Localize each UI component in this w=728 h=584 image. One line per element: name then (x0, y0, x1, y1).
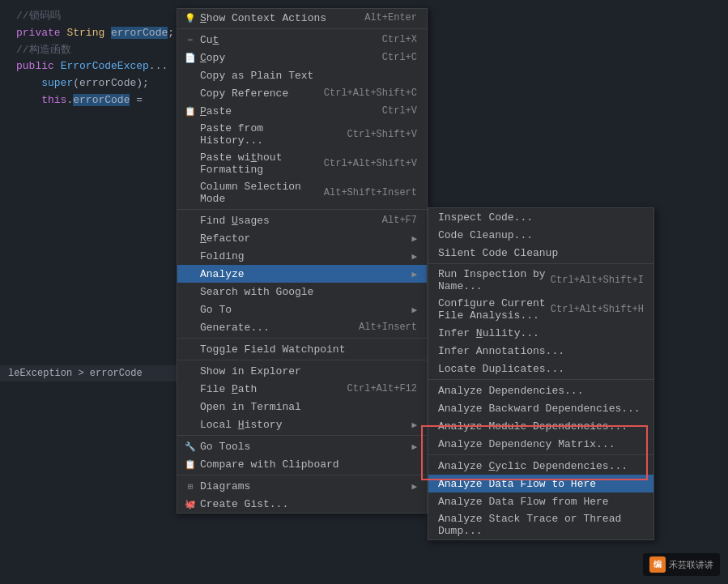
menu-label: Show in Explorer (200, 365, 301, 377)
go-tools-icon: 🔧 (184, 441, 197, 452)
menu-label: Column Selection Mode (200, 181, 308, 205)
submenu-arrow: ▶ (411, 269, 417, 279)
submenu-arrow: ▶ (411, 441, 417, 452)
submenu-analyze-dep-matrix[interactable]: Analyze Dependency Matrix... (428, 435, 653, 453)
menu-paste-history[interactable]: Paste from History... Ctrl+Shift+V (177, 120, 427, 149)
menu-show-explorer[interactable]: Show in Explorer (177, 362, 427, 380)
menu-label: Paste without Formatting (200, 151, 308, 176)
submenu-label: Locate Duplicates... (438, 363, 564, 375)
submenu-label: Analyze Dependency Matrix... (438, 438, 615, 450)
shortcut: Ctrl+X (382, 34, 417, 45)
shortcut: Ctrl+C (382, 52, 417, 63)
menu-label: Copy as Plain Text (200, 70, 313, 82)
menu-label: Analyze (200, 268, 245, 280)
menu-folding[interactable]: Folding ▶ (177, 247, 427, 265)
menu-label: Diagrams (200, 480, 250, 492)
menu-label: Generate... (200, 322, 270, 334)
submenu-analyze-data-flow-from[interactable]: Analyze Data Flow from Here (428, 492, 653, 510)
menu-paste[interactable]: 📋 Paste Ctrl+V (177, 102, 427, 120)
cut-icon: ✂ (184, 35, 197, 45)
menu-search-google[interactable]: Search with Google (177, 283, 427, 301)
submenu-analyze-cyclic[interactable]: Analyze Cyclic Dependencies... (428, 457, 653, 475)
submenu-infer-annotations[interactable]: Infer Annotations... (428, 342, 653, 360)
breadcrumb-text: leException > errorCode (8, 368, 143, 379)
menu-copy-reference[interactable]: Copy Reference Ctrl+Alt+Shift+C (177, 84, 427, 102)
submenu-arrow: ▶ (411, 251, 417, 262)
paste-icon: 📋 (184, 106, 197, 117)
menu-label: Go Tools (200, 441, 250, 453)
menu-copy-plain[interactable]: Copy as Plain Text (177, 66, 427, 84)
shortcut: Ctrl+V (382, 105, 417, 117)
separator (177, 435, 427, 436)
separator (177, 338, 427, 339)
submenu-label: Infer Nullity... (438, 327, 539, 339)
shortcut: Ctrl+Alt+Shift+I (551, 275, 644, 286)
submenu-code-cleanup[interactable]: Code Cleanup... (428, 226, 653, 244)
menu-find-usages[interactable]: Find Usages Alt+F7 (177, 211, 427, 229)
copy-icon: 📄 (184, 53, 197, 63)
submenu-silent-cleanup[interactable]: Silent Code Cleanup (428, 244, 653, 262)
compare-clipboard-icon: 📋 (184, 459, 197, 470)
submenu-analyze-backward-deps[interactable]: Analyze Backward Dependencies... (428, 399, 653, 417)
submenu-arrow: ▶ (411, 420, 417, 430)
shortcut: Ctrl+Alt+F12 (347, 383, 417, 394)
menu-paste-no-format[interactable]: Paste without Formatting Ctrl+Alt+Shift+… (177, 149, 427, 178)
submenu-run-inspection[interactable]: Run Inspection by Name... Ctrl+Alt+Shift… (428, 266, 653, 295)
watermark-logo: 编 (649, 556, 666, 573)
submenu-infer-nullity[interactable]: Infer Nullity... (428, 324, 653, 342)
menu-compare-clipboard[interactable]: 📋 Compare with Clipboard (177, 455, 427, 473)
submenu-analyze-deps[interactable]: Analyze Dependencies... (428, 382, 653, 399)
submenu-label: Analyze Dependencies... (438, 385, 583, 397)
breadcrumb: leException > errorCode (0, 365, 178, 382)
menu-file-path[interactable]: File Path Ctrl+Alt+F12 (177, 380, 427, 398)
separator (428, 379, 653, 380)
submenu-label: Code Cleanup... (438, 229, 533, 241)
menu-refactor[interactable]: Refactor ▶ (177, 229, 427, 247)
menu-label: Local History (200, 419, 282, 431)
submenu-label: Configure Current File Analysis... (438, 297, 551, 322)
menu-label: Search with Google (200, 286, 313, 298)
menu-label: Show Context Actions (200, 12, 326, 24)
menu-create-gist[interactable]: 🐙 Create Gist... (177, 495, 427, 513)
submenu-label: Inspect Code... (438, 211, 533, 224)
submenu-analyze-data-flow-to[interactable]: Analyze Data Flow to Here (428, 475, 653, 492)
submenu-analyze-module-deps[interactable]: Analyze Module Dependencies... (428, 417, 653, 435)
shortcut: Alt+Enter (364, 12, 417, 23)
submenu-label: Analyze Module Dependencies... (438, 420, 628, 433)
menu-local-history[interactable]: Local History ▶ (177, 416, 427, 433)
menu-analyze[interactable]: Analyze ▶ (177, 265, 427, 283)
menu-label: Paste from History... (200, 122, 331, 147)
menu-goto[interactable]: Go To ▶ (177, 301, 427, 318)
menu-go-tools[interactable]: 🔧 Go Tools ▶ (177, 437, 427, 455)
submenu-label: Infer Annotations... (438, 345, 564, 357)
separator (177, 28, 427, 29)
menu-cut[interactable]: ✂ Cut Ctrl+X (177, 31, 427, 49)
submenu-analyze-stack-trace[interactable]: Analyze Stack Trace or Thread Dump... (428, 510, 653, 539)
submenu-locate-duplicates[interactable]: Locate Duplicates... (428, 360, 653, 377)
menu-open-terminal[interactable]: Open in Terminal (177, 398, 427, 416)
menu-generate[interactable]: Generate... Alt+Insert (177, 318, 427, 336)
separator (428, 454, 653, 455)
menu-label: Find Usages (200, 215, 270, 227)
menu-label: Cut (200, 34, 219, 46)
submenu-label: Analyze Cyclic Dependencies... (438, 460, 628, 472)
submenu-inspect-code[interactable]: Inspect Code... (428, 208, 653, 226)
diagrams-icon: ⊞ (184, 481, 197, 492)
menu-label: Copy (200, 52, 225, 64)
menu-copy[interactable]: 📄 Copy Ctrl+C (177, 49, 427, 66)
menu-column-selection[interactable]: Column Selection Mode Alt+Shift+Insert (177, 178, 427, 207)
separator (177, 209, 427, 210)
context-menu: 💡 Show Context Actions Alt+Enter ✂ Cut C… (177, 8, 428, 514)
menu-label: Copy Reference (200, 87, 288, 100)
submenu-label: Analyze Stack Trace or Thread Dump... (438, 513, 644, 537)
submenu-label: Analyze Data Flow to Here (438, 478, 596, 490)
submenu-arrow: ▶ (411, 233, 417, 244)
menu-show-context-actions[interactable]: 💡 Show Context Actions Alt+Enter (177, 9, 427, 27)
shortcut: Alt+F7 (382, 215, 417, 226)
submenu-configure-analysis[interactable]: Configure Current File Analysis... Ctrl+… (428, 295, 653, 324)
menu-toggle-watchpoint[interactable]: Toggle Field Watchpoint (177, 340, 427, 358)
submenu-arrow: ▶ (411, 305, 417, 315)
separator (177, 475, 427, 475)
menu-label: Refactor (200, 232, 250, 245)
menu-diagrams[interactable]: ⊞ Diagrams ▶ (177, 477, 427, 495)
